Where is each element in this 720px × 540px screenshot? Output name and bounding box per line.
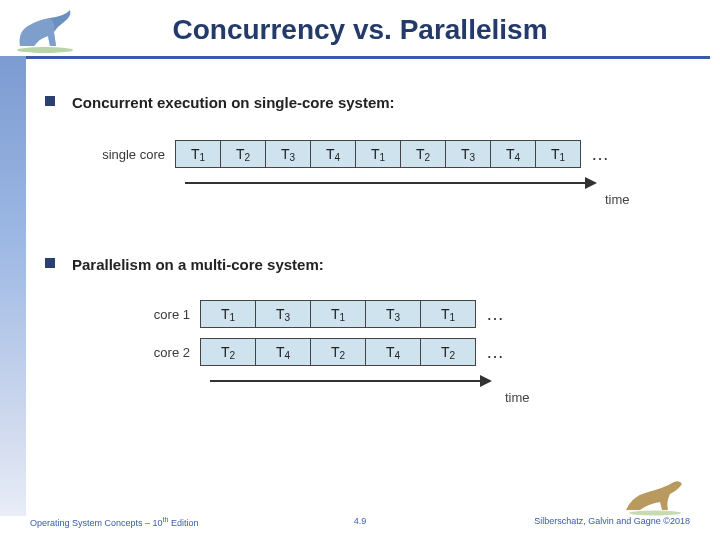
bullet-text-1: Concurrent execution on single-core syst…	[72, 94, 395, 111]
row-label-core-1: core 1	[130, 307, 200, 322]
time-arrow: time	[210, 374, 600, 398]
task-cell: T3	[255, 300, 311, 328]
task-cell: T1	[175, 140, 221, 168]
task-cell: T2	[400, 140, 446, 168]
footer-right: Silberschatz, Galvin and Gagne ©2018	[534, 516, 690, 526]
bullet-icon	[45, 96, 55, 106]
arrow-head-icon	[480, 375, 492, 387]
row-label-single-core: single core	[85, 147, 175, 162]
time-arrow: time	[185, 176, 645, 200]
dinosaur-footer-icon	[620, 476, 690, 516]
task-cell: T3	[365, 300, 421, 328]
ellipsis: …	[476, 342, 504, 363]
core2-cells: T2 T4 T2 T4 T2	[200, 338, 476, 366]
task-cell: T2	[220, 140, 266, 168]
task-cell: T1	[355, 140, 401, 168]
time-label: time	[605, 192, 630, 207]
page-title: Concurrency vs. Parallelism	[0, 14, 720, 46]
bullet-icon	[45, 258, 55, 268]
task-cell: T4	[310, 140, 356, 168]
task-cell: T3	[445, 140, 491, 168]
arrow-head-icon	[585, 177, 597, 189]
single-core-cells: T1 T2 T3 T4 T1 T2 T3 T4 T1	[175, 140, 581, 168]
svg-point-0	[17, 47, 73, 53]
task-cell: T2	[310, 338, 366, 366]
task-cell: T1	[200, 300, 256, 328]
diagram-multi-core: core 1 T1 T3 T1 T3 T1 … core 2 T2 T4 T2 …	[130, 300, 600, 398]
task-cell: T1	[310, 300, 366, 328]
task-cell: T3	[265, 140, 311, 168]
task-cell: T1	[535, 140, 581, 168]
diagram-single-core: single core T1 T2 T3 T4 T1 T2 T3 T4 T1 ……	[85, 140, 645, 200]
row-label-core-2: core 2	[130, 345, 200, 360]
bullet-text-2: Parallelism on a multi-core system:	[72, 256, 324, 273]
sidebar-gradient	[0, 56, 26, 516]
time-label: time	[505, 390, 530, 405]
ellipsis: …	[581, 144, 609, 165]
task-cell: T4	[365, 338, 421, 366]
task-cell: T1	[420, 300, 476, 328]
arrow-line	[210, 380, 480, 382]
task-cell: T4	[255, 338, 311, 366]
core1-cells: T1 T3 T1 T3 T1	[200, 300, 476, 328]
slide-footer: Operating System Concepts – 10th Edition…	[0, 516, 720, 532]
header-rule	[26, 56, 710, 59]
svg-point-1	[629, 511, 681, 516]
task-cell: T2	[200, 338, 256, 366]
ellipsis: …	[476, 304, 504, 325]
arrow-line	[185, 182, 585, 184]
task-cell: T4	[490, 140, 536, 168]
task-cell: T2	[420, 338, 476, 366]
